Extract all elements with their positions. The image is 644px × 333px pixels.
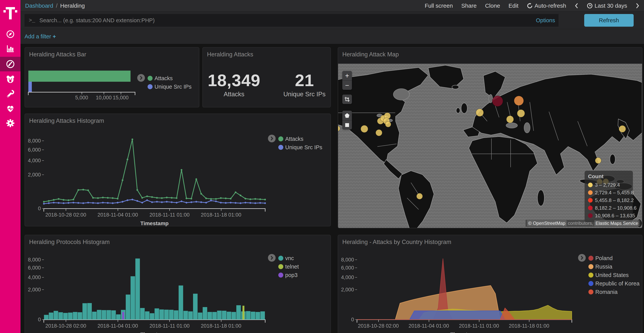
sidebar-item-tpot[interactable] [0,72,20,87]
map-draw-polygon-button[interactable] [342,111,352,120]
search-input[interactable] [40,17,554,24]
auto-refresh-button[interactable]: Auto-refresh [527,3,566,9]
protocols-histogram-legend-row: vnctelnetpop3 [268,254,299,279]
legend-collapse-button[interactable] [578,254,586,262]
x-axis-tick-label: 2018-11-04 01:00 [98,323,138,329]
sidebar-item-monitoring[interactable] [0,101,20,116]
legend-collapse-button[interactable] [137,74,145,82]
data-point [220,202,222,203]
legend-item-unique-src-ips[interactable]: Unique Src IPs [148,83,192,91]
data-point [181,200,182,202]
bar-vnc [150,313,154,319]
sidebar-item-management[interactable] [0,116,20,130]
attribution-text: contributors, [566,221,594,226]
bar-vnc [73,312,78,319]
legend-collapse-button[interactable] [268,254,276,262]
data-point [58,198,60,200]
tmobile-logo[interactable] [0,3,20,24]
sidebar-item-dashboard[interactable] [0,57,20,71]
share-button[interactable]: Share [461,3,477,9]
breadcrumb-dashboard[interactable]: Dashboard [25,3,53,9]
terminal-prompt-icon: >_ [29,18,35,24]
chevron-right-icon [580,255,584,260]
openstreetmap-link[interactable]: © OpenStreetMap [527,220,566,226]
legend-item-russia[interactable]: Russia [588,262,640,271]
series-line-Attacks [44,139,265,202]
timepicker-button[interactable]: Last 30 days [587,3,627,9]
data-point [254,202,256,204]
data-point [87,202,89,203]
bar-vnc [164,309,169,319]
data-point [161,197,163,199]
search-refresh-button[interactable]: Refresh [584,14,634,27]
x-axis-tick-label: 2018-11-18 01:00 [201,212,241,218]
sidebar-item-devtools[interactable] [0,87,20,101]
legend-item-poland[interactable]: Poland [588,254,640,262]
rectangle-icon [344,122,350,128]
time-prev-button[interactable] [574,3,578,9]
legend-item-vnc[interactable]: vnc [278,254,299,262]
sidebar-nav [0,0,20,333]
data-point [63,202,64,204]
data-point [122,179,124,181]
legend-item-telnet[interactable]: telnet [278,262,299,271]
data-point [107,197,109,199]
data-point [156,201,158,203]
legend-item-romania[interactable]: Romania [588,288,640,296]
bar-vnc [208,312,212,319]
panel-title: Heralding - Attacks by Country Histogram [342,239,452,245]
bar-vnc [58,312,63,319]
search-options-link[interactable]: Options [536,14,555,27]
map-fit-bounds-button[interactable] [342,95,352,104]
data-point [264,199,266,200]
legend-collapse-button[interactable] [268,135,276,142]
map-draw-rectangle-button[interactable] [342,120,352,130]
legend-dot [278,136,283,141]
y-axis-tick-mark [42,289,44,290]
x-axis-tick-label: 2018-11-11 01:00 [459,323,499,329]
panel-attack-map: Heralding Attack Map [338,47,642,228]
sidebar-item-discover[interactable] [0,27,20,42]
time-next-button[interactable] [636,3,640,9]
bar-attacks [28,71,130,82]
data-point [225,198,226,199]
refresh-icon [527,3,533,9]
elastic-maps-link[interactable]: Elastic Maps Service [594,220,640,226]
data-point [58,202,60,204]
x-axis-tick-mark [170,208,170,211]
attack-location-marker [416,193,423,199]
legend-item-attacks[interactable]: Attacks [148,74,192,83]
legend-dot [148,84,152,89]
legend-item-republic-of-korea[interactable]: Republic of Korea [588,279,640,288]
data-point [196,178,197,180]
legend-item-united-states[interactable]: United States [588,271,640,279]
x-axis-tick-mark [104,92,104,94]
data-point [48,200,50,202]
bar-vnc [193,294,198,319]
data-point [244,202,246,203]
bar-vnc [54,311,58,319]
search-box: >_ Options [24,14,558,27]
edit-button[interactable]: Edit [508,3,518,9]
search-bar-row: >_ Options Refresh [20,12,644,29]
data-point [68,199,70,201]
bar-vnc [82,303,87,319]
bar-vnc [246,311,250,319]
map-zoom-in-button[interactable]: + [342,71,352,80]
bar-vnc [135,259,140,319]
legend-item-unique-src-ips[interactable]: Unique Src IPs [278,143,322,152]
fullscreen-button[interactable]: Full screen [425,3,453,9]
sidebar-item-visualize[interactable] [0,42,20,56]
add-filter-button[interactable]: Add a filter + [24,33,56,40]
x-axis-tick-label: 2018-11-04 01:00 [408,323,449,329]
y-axis-tick-label: 0 [351,317,354,323]
x-axis-tick-label: 15,000 [113,95,128,101]
x-axis-end-cap [135,92,135,95]
map-zoom-controls: + − [342,71,352,90]
map-zoom-out-button[interactable]: − [342,80,352,90]
data-point [151,196,153,198]
legend-item-attacks[interactable]: Attacks [278,135,322,143]
clone-button[interactable]: Clone [485,3,500,9]
world-map[interactable]: + − [338,64,642,228]
legend-item-pop3[interactable]: pop3 [278,271,299,279]
